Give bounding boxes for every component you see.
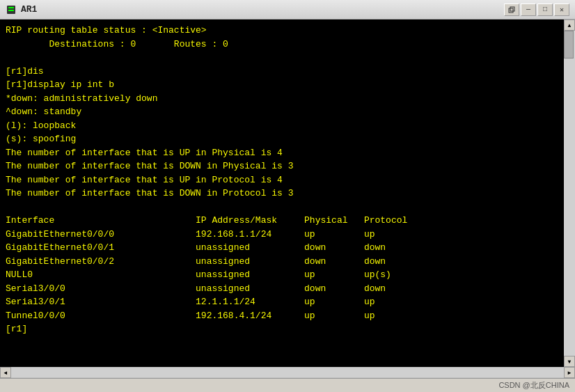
vertical-scrollbar[interactable]: ▲ ▼ — [564, 19, 575, 367]
svg-rect-3 — [509, 8, 513, 13]
maximize-btn[interactable]: □ — [537, 3, 553, 16]
svg-rect-2 — [8, 10, 14, 11]
scroll-thumb-vertical[interactable] — [564, 31, 574, 58]
svg-rect-4 — [510, 7, 514, 11]
scroll-track-vertical[interactable] — [564, 31, 575, 356]
window-title: AR1 — [21, 4, 504, 15]
close-btn[interactable]: ✕ — [554, 3, 569, 16]
horizontal-scrollbar[interactable]: ◄ ► — [0, 367, 575, 378]
bottom-bar: CSDN @北反CHINA — [0, 378, 575, 392]
scroll-left-btn[interactable]: ◄ — [0, 367, 11, 378]
scroll-up-btn[interactable]: ▲ — [564, 19, 575, 31]
scroll-down-btn[interactable]: ▼ — [564, 356, 575, 367]
restore-btn[interactable] — [504, 3, 519, 16]
scroll-right-btn[interactable]: ► — [564, 367, 575, 378]
window-icon — [6, 4, 17, 15]
svg-rect-1 — [8, 7, 14, 8]
terminal-output[interactable]: RIP routing table status : <Inactive> De… — [0, 19, 564, 367]
terminal-container: RIP routing table status : <Inactive> De… — [0, 19, 564, 367]
watermark-text: CSDN @北反CHINA — [498, 380, 569, 391]
scroll-track-horizontal[interactable] — [11, 368, 564, 377]
title-bar: AR1 — □ ✕ — [0, 0, 575, 19]
window-controls: — □ ✕ — [504, 3, 569, 16]
main-area: RIP routing table status : <Inactive> De… — [0, 19, 575, 367]
minimize-btn[interactable]: — — [521, 3, 536, 16]
